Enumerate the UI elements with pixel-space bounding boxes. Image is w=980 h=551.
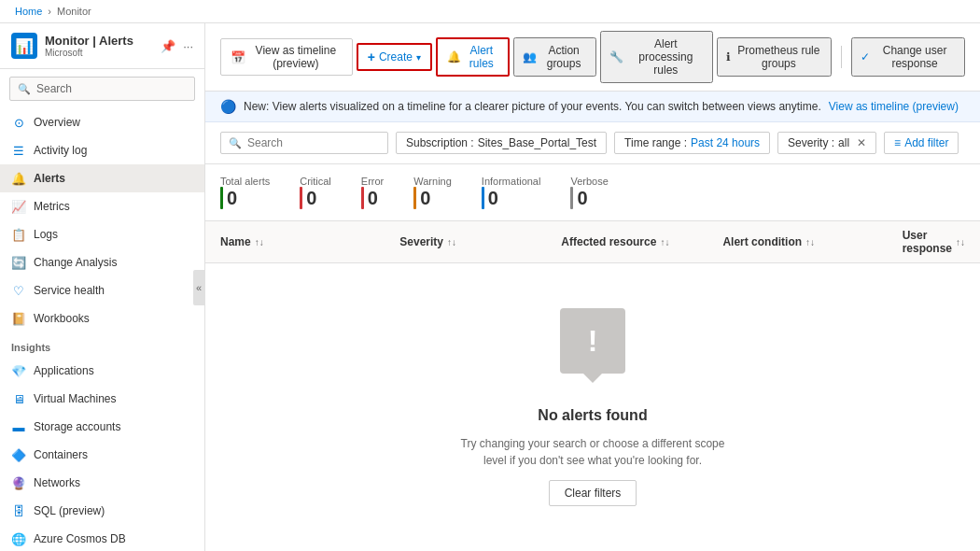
sidebar-title-area: Monitor | Alerts Microsoft [45, 34, 153, 58]
sidebar-item-containers[interactable]: 🔷 Containers [0, 441, 204, 469]
toolbar-divider [841, 46, 842, 68]
sidebar-search-box[interactable]: 🔍 Search [9, 77, 195, 101]
sidebar-label-change-analysis: Change Analysis [34, 256, 117, 269]
subscription-filter[interactable]: Subscription : Sites_Base_Portal_Test [396, 132, 607, 154]
th-response-label: User response [903, 229, 952, 255]
alert-rules-label: Alert rules [465, 44, 498, 70]
sidebar-label-storage-accounts: Storage accounts [34, 420, 120, 433]
sidebar-item-service-health[interactable]: ♡ Service health [0, 276, 204, 304]
add-filter-button[interactable]: ≡ Add filter [884, 132, 959, 154]
sidebar-label-logs: Logs [34, 228, 58, 241]
th-response-sort-icon: ↑↓ [956, 237, 965, 247]
subscription-value: Sites_Base_Portal_Test [478, 136, 596, 149]
metrics-icon: 📈 [11, 199, 26, 214]
breadcrumb-current: Monitor [57, 6, 91, 17]
alert-processing-button[interactable]: 🔧 Alert processing rules [600, 31, 713, 83]
informational-count: 0 [488, 188, 498, 209]
time-range-value: Past 24 hours [691, 136, 760, 149]
th-user-response[interactable]: User response ↑↓ [903, 229, 965, 255]
error-count: 0 [368, 188, 378, 209]
sidebar-search-area: 🔍 Search [0, 69, 204, 108]
sidebar-search-label: Search [36, 82, 72, 95]
sidebar-item-storage-accounts[interactable]: ▬ Storage accounts [0, 413, 204, 441]
empty-icon: ! [560, 308, 625, 374]
severity-value: all [838, 136, 849, 149]
action-groups-label: Action groups [540, 44, 587, 70]
alert-rules-button[interactable]: 🔔 Alert rules [436, 37, 510, 77]
stat-value-critical: 0 [300, 187, 331, 209]
th-alert-condition[interactable]: Alert condition ↑↓ [722, 235, 902, 248]
sidebar-item-workbooks[interactable]: 📔 Workbooks [0, 304, 204, 332]
severity-label: Severity : [788, 136, 834, 149]
sidebar-label-virtual-machines: Virtual Machines [34, 392, 117, 405]
change-user-button[interactable]: ✓ Change user response [851, 37, 965, 77]
filters-row: 🔍 Subscription : Sites_Base_Portal_Test … [205, 122, 980, 164]
verbose-count: 0 [577, 188, 587, 209]
sidebar-item-overview[interactable]: ⊙ Overview [0, 108, 204, 136]
severity-clear-icon[interactable]: ✕ [857, 136, 866, 149]
filter-search-input[interactable] [247, 136, 359, 149]
activity-log-icon: ☰ [11, 143, 26, 158]
th-affected-sort-icon: ↑↓ [660, 237, 669, 247]
empty-description: Try changing your search or choose a dif… [453, 435, 733, 469]
add-filter-label: Add filter [904, 136, 948, 149]
pin-icon[interactable]: 📌 [161, 39, 175, 53]
stat-bar-warning [413, 187, 416, 209]
sql-icon: 🗄 [11, 503, 26, 518]
th-name[interactable]: Name ↑↓ [220, 235, 399, 248]
prometheus-icon: ℹ [726, 50, 731, 64]
info-banner: 🔵 New: View alerts visualized on a timel… [205, 92, 980, 122]
sidebar-label-service-health: Service health [34, 284, 105, 297]
more-icon[interactable]: ··· [183, 39, 193, 53]
empty-title: No alerts found [538, 407, 647, 424]
table-header: Name ↑↓ Severity ↑↓ Affected resource ↑↓… [205, 221, 980, 263]
plus-icon: + [368, 49, 375, 64]
stat-bar-critical [300, 187, 302, 209]
time-range-filter[interactable]: Time range : Past 24 hours [614, 132, 770, 154]
search-icon: 🔍 [18, 83, 31, 95]
stat-label-total: Total alerts [220, 176, 270, 187]
applications-icon: 💎 [11, 363, 26, 378]
th-condition-sort-icon: ↑↓ [805, 237, 815, 247]
severity-filter[interactable]: Severity : all ✕ [777, 132, 876, 154]
view-timeline-button[interactable]: 📅 View as timeline (preview) [220, 38, 353, 76]
virtual-machines-icon: 🖥 [11, 391, 26, 406]
sidebar-item-cosmos-db[interactable]: 🌐 Azure Cosmos DB [0, 525, 204, 551]
stat-label-verbose: Verbose [570, 176, 608, 187]
workbooks-icon: 📔 [11, 311, 26, 326]
sidebar-item-metrics[interactable]: 📈 Metrics [0, 192, 204, 220]
breadcrumb: Home › Monitor [0, 0, 980, 23]
prometheus-button[interactable]: ℹ Prometheus rule groups [717, 37, 832, 77]
collapse-icon: « [196, 282, 202, 293]
critical-count: 0 [306, 188, 316, 209]
sidebar-item-networks[interactable]: 🔮 Networks [0, 469, 204, 497]
sidebar: 📊 Monitor | Alerts Microsoft 📌 ··· 🔍 Sea… [0, 23, 205, 551]
sidebar-item-change-analysis[interactable]: 🔄 Change Analysis [0, 248, 204, 276]
create-chevron-icon: ▾ [416, 52, 421, 63]
create-button[interactable]: + Create ▾ [357, 43, 432, 71]
stat-bar-error [361, 187, 364, 209]
sidebar-item-applications[interactable]: 💎 Applications [0, 357, 204, 385]
sidebar-item-logs[interactable]: 📋 Logs [0, 220, 204, 248]
sidebar-item-virtual-machines[interactable]: 🖥 Virtual Machines [0, 385, 204, 413]
cosmos-db-icon: 🌐 [11, 531, 26, 546]
action-groups-button[interactable]: 👥 Action groups [513, 37, 596, 77]
sidebar-label-containers: Containers [34, 448, 88, 461]
banner-link[interactable]: View as timeline (preview) [829, 100, 959, 113]
stat-label-warning: Warning [413, 176, 452, 187]
storage-accounts-icon: ▬ [11, 419, 26, 434]
containers-icon: 🔷 [11, 447, 26, 462]
stat-label-critical: Critical [300, 176, 331, 187]
timeline-icon: 📅 [231, 50, 245, 64]
breadcrumb-home[interactable]: Home [15, 6, 42, 17]
th-affected-resource[interactable]: Affected resource ↑↓ [561, 235, 722, 248]
sidebar-collapse-button[interactable]: « [193, 270, 204, 305]
sidebar-item-sql[interactable]: 🗄 SQL (preview) [0, 497, 204, 525]
stat-informational: Informational 0 [482, 176, 541, 209]
sidebar-item-alerts[interactable]: 🔔 Alerts [0, 164, 204, 192]
th-severity[interactable]: Severity ↑↓ [399, 235, 561, 248]
change-user-label: Change user response [874, 44, 956, 70]
clear-filters-button[interactable]: Clear filters [549, 480, 637, 506]
filter-search-box[interactable]: 🔍 [220, 132, 388, 154]
sidebar-item-activity-log[interactable]: ☰ Activity log [0, 136, 204, 164]
